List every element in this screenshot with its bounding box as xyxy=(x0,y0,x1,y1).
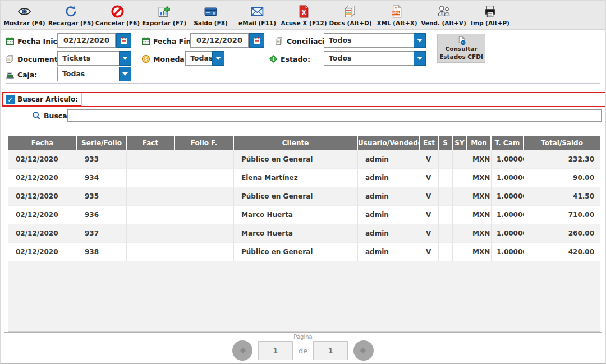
toolbar-button-email-f11[interactable]: eMail (F11) xyxy=(234,2,281,28)
toolbar-button-vend-alt-v[interactable]: Vend. (Alt+V) xyxy=(420,2,467,28)
cell-total-saldo: 232.30 xyxy=(524,150,600,169)
calendar-icon xyxy=(141,36,150,45)
cell-sy xyxy=(453,150,467,169)
column-header-fecha[interactable]: Fecha xyxy=(8,136,77,150)
column-header-serie-folio[interactable]: Serie/Folio xyxy=(77,136,127,150)
export-icon xyxy=(157,4,171,19)
column-header-total-saldo[interactable]: Total/Saldo xyxy=(524,136,600,150)
toolbar-button-cancelar-f6[interactable]: Cancelar (F6) xyxy=(94,2,141,28)
pos-tickets-window: Mostrar (F4)Recargar (F5)Cancelar (F6)Ex… xyxy=(0,0,606,364)
table-row[interactable]: 02/12/2020938Público en GeneraladminVMXN… xyxy=(8,243,600,261)
conciliacion-dropdown[interactable]: Todos xyxy=(324,33,426,48)
cell-fact xyxy=(127,187,175,206)
cell-cliente: Público en General xyxy=(234,150,358,169)
cell-t-cam: 1.000000 xyxy=(492,187,524,206)
toolbar-button-label: Acuse X (F12) xyxy=(281,20,327,26)
previous-page-button[interactable] xyxy=(232,340,252,361)
buscar-input[interactable] xyxy=(67,109,602,122)
cell-est: V xyxy=(420,243,439,261)
cell-mon: MXN xyxy=(467,224,492,243)
buscar-row: Buscar: xyxy=(1,109,605,122)
cell-t-cam: 1.000000 xyxy=(492,150,524,169)
xml-file-icon: XML xyxy=(390,4,404,19)
cell-est: V xyxy=(420,187,439,206)
toolbar-button-docs-alt-d[interactable]: Docs (Alt+D) xyxy=(327,2,374,28)
cell-folio-f xyxy=(175,150,234,169)
column-header-cliente[interactable]: Cliente xyxy=(234,136,358,150)
column-header-s[interactable]: S xyxy=(439,136,453,150)
buscar-articulo-checkbox[interactable]: ✓ xyxy=(6,95,15,104)
current-page-input[interactable] xyxy=(258,341,293,360)
fecha-inicial-input[interactable]: 02/12/2020 xyxy=(57,33,116,48)
cell-mon: MXN xyxy=(467,187,492,206)
column-header-mon[interactable]: Mon xyxy=(467,136,492,150)
moneda-dropdown[interactable]: Todas xyxy=(185,51,224,66)
cell-fact xyxy=(127,150,175,169)
column-header-est[interactable]: Est xyxy=(420,136,439,150)
cell-serie-folio: 937 xyxy=(77,224,127,243)
cell-sy xyxy=(453,169,467,187)
column-header-t-cam[interactable]: T. Cam xyxy=(492,136,524,150)
toolbar-button-mostrar-f4[interactable]: Mostrar (F4) xyxy=(1,2,48,28)
caja-dropdown[interactable]: Todas xyxy=(57,67,131,81)
svg-text:X: X xyxy=(302,10,306,16)
cell-serie-folio: 936 xyxy=(77,206,127,224)
toolbar-button-exportar-f7[interactable]: Exportar (F7) xyxy=(141,2,187,28)
toolbar-button-label: Recargar (F5) xyxy=(48,20,94,26)
cell-fecha: 02/12/2020 xyxy=(8,243,77,261)
cell-sy xyxy=(453,187,467,206)
cell-usuario-vendedor: admin xyxy=(358,206,420,224)
next-page-button[interactable] xyxy=(354,340,374,361)
cell-total-saldo: 41.50 xyxy=(524,187,600,206)
arrow-left-icon xyxy=(237,345,248,356)
vendors-icon xyxy=(437,4,451,19)
table-row[interactable]: 02/12/2020935Público en GeneraladminVMXN… xyxy=(8,187,600,206)
calendar-icon xyxy=(252,36,261,45)
cell-sy xyxy=(453,243,467,261)
table-row[interactable]: 02/12/2020934Elena MartínezadminVMXN1.00… xyxy=(8,169,600,187)
chevron-down-icon xyxy=(119,67,131,81)
toolbar-button-label: eMail (F11) xyxy=(238,20,276,26)
toolbar-button-label: Imp (Alt+P) xyxy=(471,20,509,26)
toolbar-button-xml-alt-x[interactable]: XMLXML (Alt+X) xyxy=(374,2,420,28)
moneda-label: $ Moneda: xyxy=(141,54,187,64)
caja-label: Caja: xyxy=(6,70,37,80)
cell-mon: MXN xyxy=(467,169,492,187)
total-pages-input[interactable] xyxy=(313,341,348,360)
cell-s xyxy=(439,169,453,187)
consultar-estados-cfdi-button[interactable]: Consultar Estados CFDI xyxy=(437,34,485,63)
cell-sy xyxy=(453,224,467,243)
cell-serie-folio: 938 xyxy=(77,243,127,261)
cell-fecha: 02/12/2020 xyxy=(8,206,77,224)
toolbar-button-label: Vend. (Alt+V) xyxy=(421,20,466,26)
table-row[interactable]: 02/12/2020936Marco HuertaadminVMXN1.0000… xyxy=(8,206,600,224)
table-row[interactable]: 02/12/2020933Público en GeneraladminVMXN… xyxy=(8,150,600,169)
fecha-final-calendar-button[interactable] xyxy=(249,33,264,48)
toolbar-button-label: Saldo (F8) xyxy=(194,20,228,26)
fecha-final-input[interactable]: 02/12/2020 xyxy=(190,33,249,48)
buscar-articulo-input[interactable] xyxy=(81,93,605,106)
toolbar-button-recargar-f5[interactable]: Recargar (F5) xyxy=(48,2,94,28)
toolbar-button-saldo-f8[interactable]: Saldo (F8) xyxy=(187,2,234,28)
refresh-icon xyxy=(64,4,78,19)
documento-dropdown[interactable]: Tickets xyxy=(57,51,131,66)
acuse-doc-icon: X xyxy=(297,4,311,19)
column-header-fact[interactable]: Fact xyxy=(127,136,175,150)
toolbar-button-imp-alt-p[interactable]: Imp (Alt+P) xyxy=(467,2,513,28)
toolbar-button-label: Mostrar (F4) xyxy=(3,20,45,26)
status-diamond-icon xyxy=(269,54,278,63)
table-row[interactable]: 02/12/2020937Marco HuertaadminVMXN1.0000… xyxy=(8,224,600,243)
documents-icon xyxy=(275,36,284,45)
column-header-usuario-vendedor[interactable]: Usuario/Vendedor xyxy=(358,136,420,150)
fecha-inicial-calendar-button[interactable] xyxy=(116,33,131,48)
column-header-sy[interactable]: SY xyxy=(453,136,467,150)
cell-total-saldo: 90.00 xyxy=(524,169,600,187)
cell-fecha: 02/12/2020 xyxy=(8,187,77,206)
documents-icon xyxy=(6,54,15,63)
column-header-folio-f[interactable]: Folio F. xyxy=(175,136,234,150)
chevron-down-icon xyxy=(119,51,131,66)
estado-dropdown[interactable]: Todos xyxy=(324,51,426,66)
cell-mon: MXN xyxy=(467,150,492,169)
toolbar-button-acuse-x-f12[interactable]: XAcuse X (F12) xyxy=(281,2,327,28)
buscar-articulo-row: ✓ Buscar Artículo: xyxy=(2,92,606,107)
